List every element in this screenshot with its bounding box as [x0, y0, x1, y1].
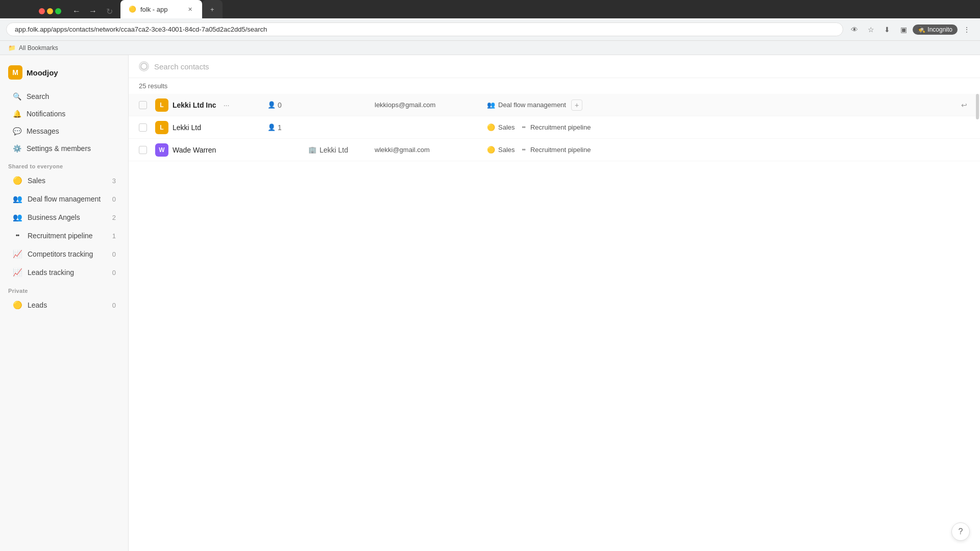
address-bar[interactable]: app.folk.app/apps/contacts/network/ccaa7…: [6, 22, 843, 36]
group-label: Deal flow management: [498, 101, 566, 109]
results-count: 25 results: [129, 78, 980, 94]
contact-name-col: W Wade Warren: [155, 143, 267, 157]
row-checkbox[interactable]: [139, 101, 147, 109]
deal-flow-icon: 👥: [12, 194, 22, 204]
window-maximize-btn[interactable]: [55, 8, 61, 14]
table-row[interactable]: W Wade Warren 🏢 Lekki Ltd wlekki@gmail.c…: [129, 139, 980, 161]
contact-avatar: L: [155, 121, 168, 134]
contact-avatar: L: [155, 98, 168, 112]
members-icon: 👤: [267, 123, 276, 131]
brand[interactable]: M Moodjoy: [0, 61, 128, 88]
deal-flow-count: 0: [112, 195, 116, 203]
sidebar-item-settings[interactable]: ⚙️ Settings & members: [4, 140, 124, 157]
search-icon: 🔍: [12, 92, 21, 101]
more-options-button[interactable]: ···: [220, 99, 233, 111]
reload-button[interactable]: ↻: [102, 4, 116, 18]
help-icon: ?: [959, 527, 963, 536]
pipeline-label: Recruitment pipeline: [530, 146, 591, 154]
active-tab[interactable]: 🟡 folk - app ✕: [120, 0, 202, 18]
search-spinner: [139, 61, 149, 71]
contact-name-col: L Lekki Ltd Inc ···: [155, 98, 267, 112]
recruitment-icon: ••: [12, 231, 22, 241]
sidebar-item-messages[interactable]: 💬 Messages: [4, 123, 124, 139]
members-col: 👤 0: [267, 101, 308, 109]
sales-group-icon: 🟡: [487, 123, 495, 131]
help-button[interactable]: ?: [951, 522, 970, 541]
members-count: 1: [278, 123, 282, 132]
sidebar-item-leads[interactable]: 🟡 Leads 0: [4, 296, 124, 314]
settings-icon: ⚙️: [12, 144, 21, 153]
group-label: Sales: [498, 146, 515, 154]
contact-name: Wade Warren: [173, 146, 216, 154]
group-col: 🟡 Sales •• Recruitment pipeline: [487, 123, 970, 131]
eye-off-icon: 👁: [847, 22, 862, 37]
competitors-icon: 📈: [12, 249, 22, 259]
table-row[interactable]: L Lekki Ltd 👤 1 🟡 Sales •• Recruitment p…: [129, 116, 980, 139]
leads-tracking-count: 0: [112, 269, 116, 277]
tab-title: folk - app: [140, 6, 167, 13]
sidebar-item-notifications[interactable]: 🔔 Notifications: [4, 106, 124, 122]
group-col: 👥 Deal flow management + ↩: [487, 99, 970, 111]
table-row[interactable]: L Lekki Ltd Inc ··· 👤 0 lekkiops@gmail.c…: [129, 94, 980, 116]
pipeline-label: Recruitment pipeline: [530, 123, 591, 131]
group-label: Sales: [498, 123, 515, 131]
add-group-button[interactable]: +: [571, 99, 582, 111]
menu-icon[interactable]: ⋮: [960, 22, 974, 37]
star-icon[interactable]: ☆: [864, 22, 878, 37]
row-checkbox[interactable]: [139, 123, 147, 132]
company-col: 🏢 Lekki Ltd: [308, 146, 375, 154]
sidebar-item-recruitment[interactable]: •• Recruitment pipeline 1: [4, 227, 124, 244]
sidebar-item-leads-tracking[interactable]: 📈 Leads tracking 0: [4, 264, 124, 281]
row-checkbox-col: [139, 146, 155, 154]
recruitment-label: Recruitment pipeline: [28, 232, 93, 240]
new-tab-button[interactable]: +: [202, 0, 223, 18]
company-name: Lekki Ltd: [320, 146, 348, 154]
pipeline-dots-icon: ••: [522, 124, 525, 131]
sidebar-icon[interactable]: ▣: [896, 22, 911, 37]
window-close-btn[interactable]: [39, 8, 45, 14]
sales-group-icon: 🟡: [487, 146, 495, 154]
sidebar-settings-label: Settings & members: [27, 144, 91, 153]
incognito-badge: 🕵 Incognito: [913, 24, 958, 35]
sales-count: 3: [112, 177, 116, 185]
download-icon[interactable]: ⬇: [880, 22, 894, 37]
business-angels-icon: 👥: [12, 212, 22, 222]
shared-section-label: Shared to everyone: [0, 157, 128, 171]
forward-button[interactable]: →: [86, 4, 100, 18]
notification-icon: 🔔: [12, 109, 21, 118]
incognito-label: Incognito: [927, 26, 952, 33]
leads-label: Leads: [28, 301, 47, 309]
sidebar-notifications-label: Notifications: [27, 110, 65, 118]
members-icon: 👤: [267, 101, 276, 109]
window-minimize-btn[interactable]: [47, 8, 53, 14]
bookmarks-label[interactable]: All Bookmarks: [19, 44, 58, 52]
group-col: 🟡 Sales •• Recruitment pipeline: [487, 146, 970, 154]
members-col: 👤 1: [267, 123, 308, 132]
members-count: 0: [278, 101, 282, 109]
scrollbar-thumb[interactable]: [976, 94, 979, 119]
new-tab-icon: +: [210, 6, 214, 13]
search-bar-container: [129, 55, 980, 78]
contact-name: Lekki Ltd Inc: [173, 101, 216, 109]
search-input[interactable]: [154, 62, 970, 71]
sales-label: Sales: [28, 177, 45, 185]
sidebar-search-label: Search: [27, 92, 49, 101]
sidebar-item-business-angels[interactable]: 👥 Business Angels 2: [4, 209, 124, 226]
main-content: 25 results L Lekki Ltd Inc ··· 👤 0 lekki…: [129, 55, 980, 551]
tab-close-btn[interactable]: ✕: [186, 5, 194, 13]
sidebar-item-deal-flow[interactable]: 👥 Deal flow management 0: [4, 190, 124, 208]
back-arrow-btn[interactable]: ↩: [959, 99, 970, 111]
group-icon: 👥: [487, 101, 495, 109]
sidebar-item-sales[interactable]: 🟡 Sales 3: [4, 172, 124, 189]
sales-icon: 🟡: [12, 176, 22, 186]
tab-favicon: 🟡: [129, 6, 136, 13]
recruitment-count: 1: [112, 232, 116, 240]
messages-icon: 💬: [12, 127, 21, 136]
sidebar: M Moodjoy 🔍 Search 🔔 Notifications 💬 Mes…: [0, 55, 129, 551]
business-angels-label: Business Angels: [28, 213, 80, 221]
back-button[interactable]: ←: [69, 4, 84, 18]
row-checkbox[interactable]: [139, 146, 147, 154]
sidebar-item-competitors[interactable]: 📈 Competitors tracking 0: [4, 245, 124, 263]
sidebar-item-search[interactable]: 🔍 Search: [4, 88, 124, 105]
brand-name: Moodjoy: [27, 68, 58, 77]
